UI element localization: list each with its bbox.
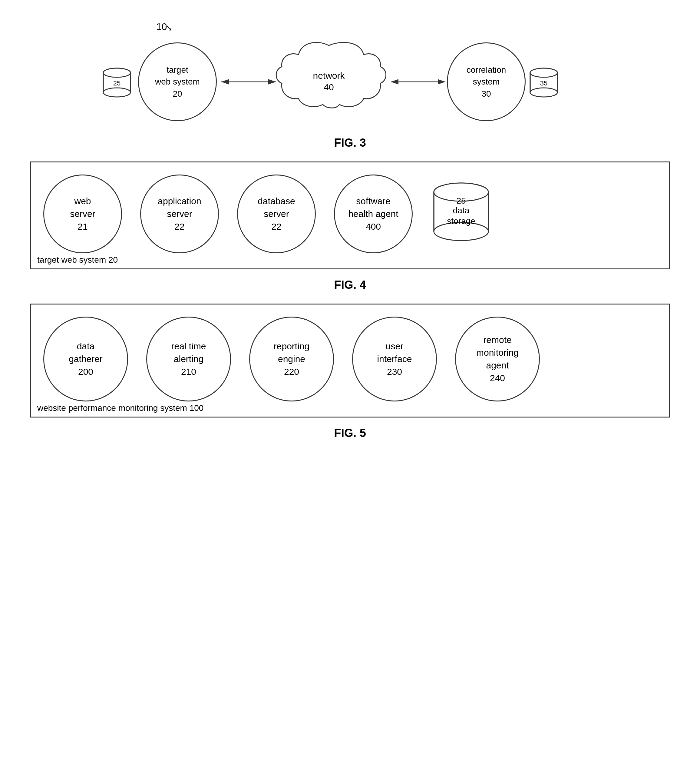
svg-text:storage: storage: [447, 216, 475, 226]
svg-text:network: network: [313, 70, 345, 80]
svg-point-5: [103, 68, 131, 77]
fig3-arrow-left: [218, 77, 279, 88]
fig5-caption: FIG. 5: [18, 427, 682, 440]
fig5-box: datagatherer200 real timealerting210 rep…: [30, 304, 670, 417]
fig5-item-ui: userinterface230: [352, 317, 437, 401]
svg-text:25: 25: [113, 79, 121, 87]
fig3-caption: FIG. 3: [18, 136, 682, 149]
svg-text:40: 40: [324, 82, 334, 92]
fig3-arrow-right: [388, 77, 449, 88]
fig3-db-left: 25: [102, 67, 132, 101]
fig4-box-label: target web system 20: [37, 255, 118, 265]
svg-text:35: 35: [540, 79, 547, 87]
fig4-item-sha: softwarehealth agent400: [334, 175, 413, 253]
fig4-row: webserver21 applicationserver22 database…: [43, 175, 657, 253]
fig5-item-data-gatherer: datagatherer200: [43, 317, 128, 401]
fig4-item-data-storage: data storage 25: [431, 180, 491, 248]
fig3-network: network 40: [271, 36, 386, 123]
fig3-arrow-label: ↘: [165, 23, 172, 33]
fig3-db-right: 35: [529, 67, 559, 101]
fig4-item-web-server: webserver21: [43, 175, 122, 253]
fig4-caption: FIG. 4: [18, 278, 682, 291]
svg-text:data: data: [453, 206, 470, 215]
svg-point-4: [103, 88, 131, 97]
fig5-row: datagatherer200 real timealerting210 rep…: [43, 317, 657, 401]
svg-text:25: 25: [456, 196, 466, 205]
fig4-item-app-server: applicationserver22: [140, 175, 219, 253]
fig4-box: webserver21 applicationserver22 database…: [30, 162, 670, 269]
svg-point-20: [530, 68, 557, 77]
fig3-correlation: correlationsystem30: [447, 43, 525, 121]
fig5-item-reporting: reportingengine220: [249, 317, 334, 401]
fig3-diagram: 10 ↘ 25 targetweb system20: [18, 18, 682, 127]
fig5-item-rma: remotemonitoringagent240: [455, 317, 540, 401]
fig3-target-web: targetweb system20: [138, 43, 217, 121]
fig5-item-rta: real timealerting210: [146, 317, 231, 401]
fig4-item-db-server: databaseserver22: [237, 175, 316, 253]
fig5-box-label: website performance monitoring system 10…: [37, 403, 204, 413]
svg-point-19: [530, 88, 557, 97]
